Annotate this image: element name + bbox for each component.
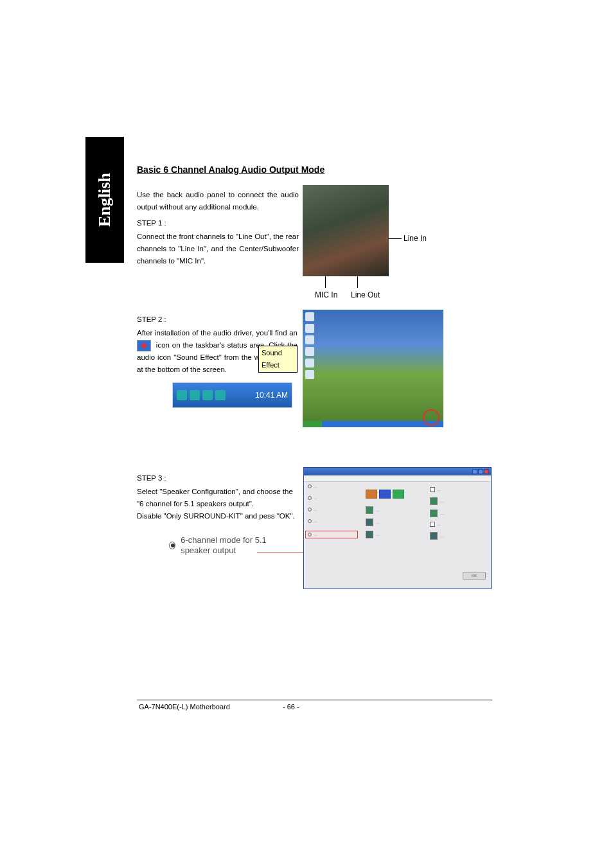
highlight-circle xyxy=(423,409,440,426)
tray-icon xyxy=(177,390,187,400)
desktop-icon xyxy=(305,335,314,344)
desktop-icon xyxy=(305,347,314,356)
dialog-tabs xyxy=(304,475,491,482)
close-icon xyxy=(484,469,489,474)
desktop-icon xyxy=(305,312,314,321)
step1-body: Connect the front channels to "Line Out"… xyxy=(137,231,299,267)
step2-body-a: After installation of the audio driver, … xyxy=(137,329,298,337)
label-line-out: Line Out xyxy=(351,290,380,299)
step1-label: STEP 1 : xyxy=(137,217,299,229)
footer-page-number: - 66 - xyxy=(283,703,299,711)
footer-rule xyxy=(137,700,492,700)
dialog-titlebar xyxy=(304,468,491,475)
audio-panel-photo xyxy=(303,185,389,276)
step3-line2: "6 channel for 5.1 speakers output". xyxy=(137,498,298,510)
step2-label: STEP 2 : xyxy=(137,314,298,326)
language-tab-text: English xyxy=(95,173,114,227)
callout-line-linein xyxy=(389,238,402,239)
tray-icon xyxy=(215,390,226,400)
tray-icon xyxy=(190,390,200,400)
desktop-icon xyxy=(305,370,314,379)
maximize-icon xyxy=(478,469,483,474)
sound-effect-icon xyxy=(137,340,151,351)
step3-line1: Select "Speaker Configuration", and choo… xyxy=(137,486,298,498)
callout-line-micin xyxy=(325,276,326,288)
callout-line-lineout xyxy=(357,276,358,288)
label-mic-in: MIC In xyxy=(315,290,337,299)
tray-icon xyxy=(202,390,213,400)
footer-model: GA-7N400E(-L) Motherboard xyxy=(139,703,230,711)
highlighted-option: … xyxy=(305,531,358,538)
section-heading: Basic 6 Channel Analog Audio Output Mode xyxy=(137,164,493,175)
step3-label: STEP 3 : xyxy=(137,472,298,484)
desktop-taskbar xyxy=(303,421,443,427)
intro-paragraph: Use the back audio panel to connect the … xyxy=(137,189,299,213)
language-tab: English xyxy=(85,137,124,263)
config-dialog-figure: … … … … … … … … … … … … … OK xyxy=(303,467,492,589)
desktop-icon xyxy=(305,324,314,333)
tray-tooltip: Sound Effect xyxy=(258,346,298,373)
radio-icon xyxy=(169,542,175,549)
label-line-in: Line In xyxy=(404,234,427,243)
callout-line-option xyxy=(257,553,304,553)
taskbar-figure: Sound Effect 10:41 AM xyxy=(172,382,292,408)
step3-line3: Disable "Only SURROUND-KIT" and pess "OK… xyxy=(137,510,298,522)
tray-time: 10:41 AM xyxy=(255,389,288,402)
desktop-icon xyxy=(305,359,314,368)
desktop-screenshot xyxy=(303,310,443,427)
start-button xyxy=(303,421,322,427)
minimize-icon xyxy=(472,469,477,474)
ok-button: OK xyxy=(463,572,486,580)
